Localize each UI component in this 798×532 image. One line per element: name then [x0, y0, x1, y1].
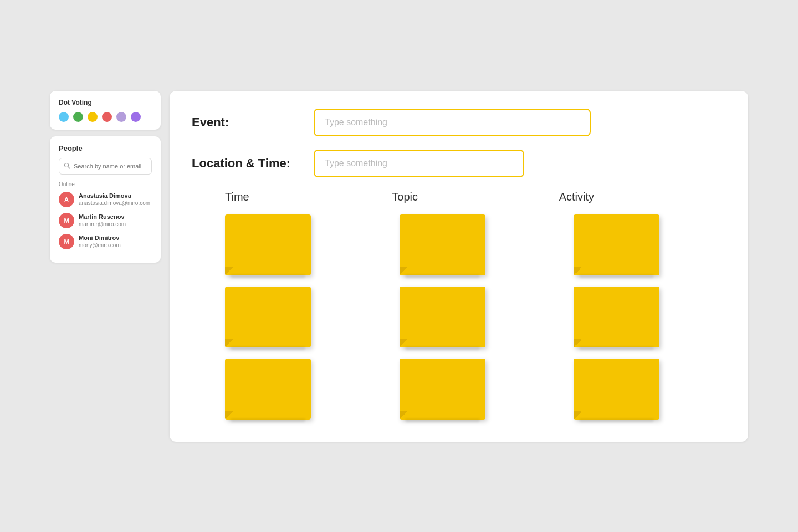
search-input[interactable] — [74, 163, 147, 170]
columns-header: TimeTopicActivity — [192, 191, 726, 203]
svg-line-1 — [68, 167, 70, 168]
event-row: Event: — [192, 109, 726, 136]
people-card: People Online AAnastasia Dimovaanastasia… — [50, 136, 161, 263]
sticky-note-8[interactable] — [574, 359, 659, 420]
people-title: People — [59, 144, 152, 152]
person-email: mony@miro.com — [79, 242, 121, 249]
avatar: A — [59, 192, 74, 207]
left-panel: Dot Voting People Online AAnastasia Di — [50, 91, 161, 263]
col-header-activity: Activity — [559, 191, 726, 203]
location-row: Location & Time: — [192, 150, 726, 177]
dot-voting-title: Dot Voting — [59, 99, 152, 106]
person-email: martin.r@miro.com — [79, 221, 126, 228]
sticky-note-7[interactable] — [400, 359, 485, 420]
main-content: Event: Location & Time: TimeTopicActivit… — [170, 91, 748, 442]
person-name: Martin Rusenov — [79, 213, 126, 221]
person-info: Anastasia Dimovaanastasia.dimova@miro.co… — [79, 192, 150, 207]
location-label: Location & Time: — [192, 156, 314, 171]
sticky-grid — [192, 214, 726, 420]
sticky-note-0[interactable] — [225, 214, 311, 275]
person-row: AAnastasia Dimovaanastasia.dimova@miro.c… — [59, 192, 152, 207]
event-label: Event: — [192, 115, 314, 130]
app-wrapper: Dot Voting People Online AAnastasia Di — [50, 91, 748, 442]
sticky-note-6[interactable] — [225, 359, 311, 420]
dot-row — [59, 112, 152, 122]
person-email: anastasia.dimova@miro.com — [79, 200, 150, 207]
columns-section: TimeTopicActivity — [192, 191, 726, 420]
person-name: Anastasia Dimova — [79, 192, 150, 200]
dot-cyan[interactable] — [59, 112, 69, 122]
sticky-note-3[interactable] — [225, 287, 311, 347]
dot-green[interactable] — [73, 112, 83, 122]
avatar: M — [59, 213, 74, 228]
people-list: AAnastasia Dimovaanastasia.dimova@miro.c… — [59, 192, 152, 249]
dot-red[interactable] — [102, 112, 112, 122]
sticky-note-5[interactable] — [574, 287, 659, 347]
avatar: M — [59, 234, 74, 249]
online-label: Online — [59, 181, 152, 187]
svg-point-0 — [65, 163, 69, 167]
dot-purple[interactable] — [116, 112, 126, 122]
sticky-note-4[interactable] — [400, 287, 485, 347]
event-input[interactable] — [314, 109, 591, 136]
dot-yellow[interactable] — [88, 112, 98, 122]
search-icon — [64, 161, 70, 171]
col-header-time: Time — [225, 191, 392, 203]
person-info: Moni Dimitrovmony@miro.com — [79, 234, 121, 249]
person-name: Moni Dimitrov — [79, 234, 121, 242]
dot-voting-card: Dot Voting — [50, 91, 161, 130]
dot-violet[interactable] — [131, 112, 141, 122]
col-header-topic: Topic — [392, 191, 559, 203]
sticky-note-1[interactable] — [400, 214, 485, 275]
person-row: MMartin Rusenovmartin.r@miro.com — [59, 213, 152, 228]
sticky-note-2[interactable] — [574, 214, 659, 275]
person-info: Martin Rusenovmartin.r@miro.com — [79, 213, 126, 228]
location-input[interactable] — [314, 150, 524, 177]
search-box — [59, 158, 152, 175]
person-row: MMoni Dimitrovmony@miro.com — [59, 234, 152, 249]
